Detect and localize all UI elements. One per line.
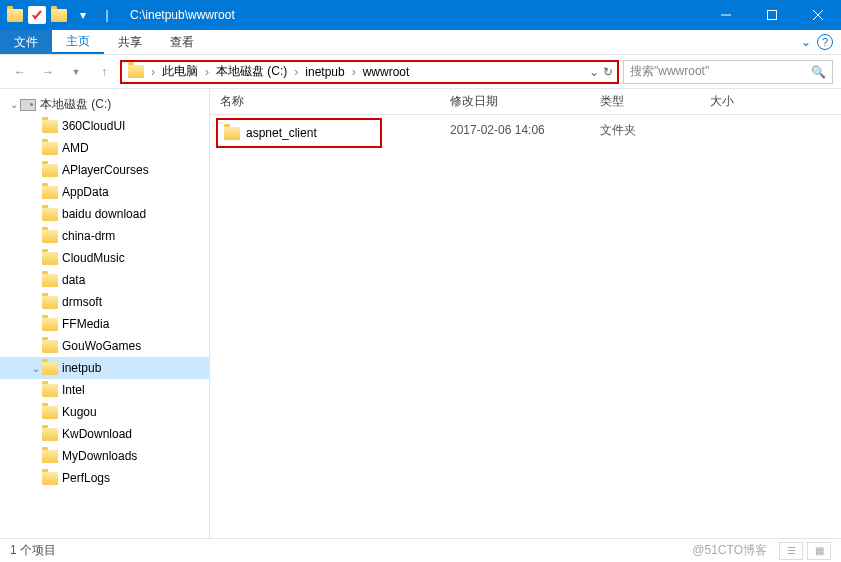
tree-item[interactable]: china-drm <box>0 225 209 247</box>
tree-item[interactable]: KwDownload <box>0 423 209 445</box>
folder-icon <box>42 340 58 353</box>
recent-dropdown[interactable]: ▼ <box>64 60 88 84</box>
tab-home[interactable]: 主页 <box>52 30 104 54</box>
content-pane: 名称 修改日期 类型 大小 aspnet_client 2017-02-06 1… <box>210 89 841 538</box>
tree-item[interactable]: FFMedia <box>0 313 209 335</box>
folder-icon <box>42 274 58 287</box>
search-input[interactable]: 搜索"wwwroot" 🔍 <box>623 60 833 84</box>
tree-item[interactable]: AppData <box>0 181 209 203</box>
qat-overflow[interactable]: ▾ <box>72 4 94 26</box>
search-icon[interactable]: 🔍 <box>811 65 826 79</box>
folder-icon <box>42 208 58 221</box>
tab-view[interactable]: 查看 <box>156 30 208 54</box>
tree-item-label: KwDownload <box>62 427 132 441</box>
search-placeholder: 搜索"wwwroot" <box>630 63 811 80</box>
folder-icon <box>42 252 58 265</box>
drive-icon <box>20 99 36 111</box>
folder-icon <box>42 186 58 199</box>
watermark: @51CTO博客 <box>692 542 767 559</box>
maximize-button[interactable] <box>749 0 795 30</box>
tree-item-label: Kugou <box>62 405 97 419</box>
ribbon-expand-icon[interactable]: ⌄ <box>801 35 811 49</box>
addr-dropdown-icon[interactable]: ⌄ <box>589 65 599 79</box>
col-name[interactable]: 名称 <box>210 89 440 114</box>
svg-rect-1 <box>768 11 777 20</box>
item-name: aspnet_client <box>246 126 317 140</box>
file-row[interactable]: aspnet_client 2017-02-06 14:06 文件夹 <box>210 119 841 141</box>
tab-file[interactable]: 文件 <box>0 30 52 54</box>
tree-item[interactable]: baidu download <box>0 203 209 225</box>
highlighted-item[interactable]: aspnet_client <box>216 118 382 148</box>
tree-item[interactable]: Kugou <box>0 401 209 423</box>
minimize-button[interactable] <box>703 0 749 30</box>
tree-root-label: 本地磁盘 (C:) <box>40 96 111 113</box>
tree-item[interactable]: Intel <box>0 379 209 401</box>
tree-item-label: Intel <box>62 383 85 397</box>
forward-button[interactable]: → <box>36 60 60 84</box>
folder-icon <box>224 127 240 140</box>
address-bar[interactable]: › 此电脑 › 本地磁盘 (C:) › inetpub › wwwroot ⌄ … <box>120 60 619 84</box>
tree-item[interactable]: drmsoft <box>0 291 209 313</box>
window-title: C:\inetpub\wwwroot <box>130 8 235 22</box>
tree-item-label: CloudMusic <box>62 251 125 265</box>
tree-item-label: FFMedia <box>62 317 109 331</box>
column-headers: 名称 修改日期 类型 大小 <box>210 89 841 115</box>
tree-item-label: inetpub <box>62 361 101 375</box>
item-date: 2017-02-06 14:06 <box>440 123 590 137</box>
tree-root[interactable]: ⌄ 本地磁盘 (C:) <box>0 93 209 115</box>
help-icon[interactable]: ? <box>817 34 833 50</box>
folder-icon <box>42 318 58 331</box>
quick-access-toolbar: ▾ | <box>0 4 122 26</box>
tree-item-label: AMD <box>62 141 89 155</box>
folder-icon <box>48 4 70 26</box>
col-date[interactable]: 修改日期 <box>440 89 590 114</box>
tree-item-label: GouWoGames <box>62 339 141 353</box>
tree-item-label: drmsoft <box>62 295 102 309</box>
folder-icon <box>42 362 58 375</box>
tree-item[interactable]: MyDownloads <box>0 445 209 467</box>
tree-item[interactable]: 360CloudUI <box>0 115 209 137</box>
col-type[interactable]: 类型 <box>590 89 700 114</box>
folder-icon <box>42 472 58 485</box>
breadcrumb-segment[interactable]: 本地磁盘 (C:) <box>212 62 291 82</box>
folder-icon <box>4 4 26 26</box>
tree-item-label: china-drm <box>62 229 115 243</box>
breadcrumb-segment[interactable]: 此电脑 <box>158 62 202 82</box>
tree-item[interactable]: PerfLogs <box>0 467 209 489</box>
details-view-button[interactable]: ☰ <box>779 542 803 560</box>
tree-item[interactable]: AMD <box>0 137 209 159</box>
tree-item-label: APlayerCourses <box>62 163 149 177</box>
tree-item-label: 360CloudUI <box>62 119 125 133</box>
tree-item-label: PerfLogs <box>62 471 110 485</box>
tree-item[interactable]: APlayerCourses <box>0 159 209 181</box>
tree-item[interactable]: data <box>0 269 209 291</box>
chevron-right-icon: › <box>202 65 212 79</box>
chevron-right-icon: › <box>148 65 158 79</box>
folder-icon <box>42 296 58 309</box>
folder-icon <box>42 428 58 441</box>
chevron-right-icon: › <box>291 65 301 79</box>
col-size[interactable]: 大小 <box>700 89 780 114</box>
breadcrumb-segment[interactable]: inetpub <box>301 62 348 82</box>
expand-icon[interactable]: ⌄ <box>30 363 42 374</box>
tree-item[interactable]: ⌄inetpub <box>0 357 209 379</box>
breadcrumb-segment[interactable]: wwwroot <box>359 62 414 82</box>
folder-icon <box>42 230 58 243</box>
tab-share[interactable]: 共享 <box>104 30 156 54</box>
icons-view-button[interactable]: ▦ <box>807 542 831 560</box>
tree-item[interactable]: CloudMusic <box>0 247 209 269</box>
tree-item[interactable]: GouWoGames <box>0 335 209 357</box>
ribbon: 文件 主页 共享 查看 ⌄ ? <box>0 30 841 55</box>
item-type: 文件夹 <box>590 122 700 139</box>
qat-divider: | <box>96 4 118 26</box>
nav-tree[interactable]: ⌄ 本地磁盘 (C:) 360CloudUIAMDAPlayerCoursesA… <box>0 89 210 538</box>
close-button[interactable] <box>795 0 841 30</box>
refresh-icon[interactable]: ↻ <box>603 65 613 79</box>
up-button[interactable]: ↑ <box>92 60 116 84</box>
folder-icon <box>42 120 58 133</box>
qat-item[interactable] <box>28 6 46 24</box>
nav-row: ← → ▼ ↑ › 此电脑 › 本地磁盘 (C:) › inetpub › ww… <box>0 55 841 89</box>
collapse-icon[interactable]: ⌄ <box>8 99 20 110</box>
folder-icon <box>42 142 58 155</box>
back-button[interactable]: ← <box>8 60 32 84</box>
